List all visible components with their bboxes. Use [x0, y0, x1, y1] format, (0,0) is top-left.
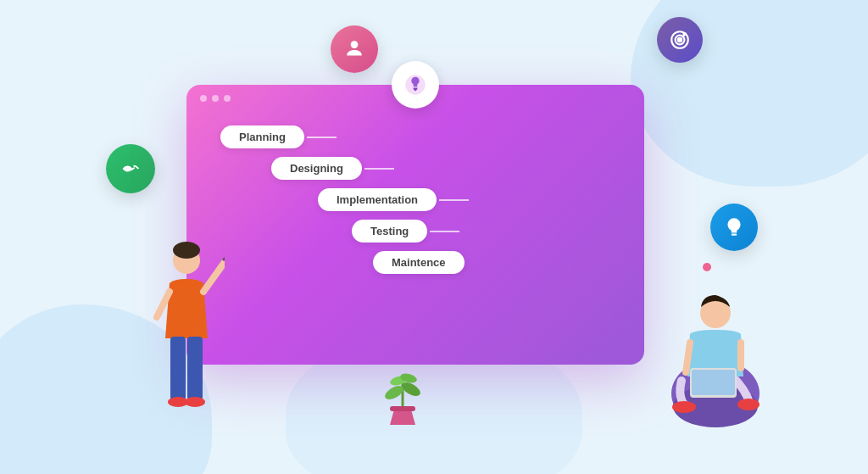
- browser-window: Planning Designing Implementation Testin…: [186, 85, 644, 365]
- browser-dot-1: [200, 95, 207, 102]
- pink-dot-decoration: [703, 263, 711, 271]
- browser-dot-3: [224, 95, 231, 102]
- svg-point-12: [185, 397, 205, 407]
- person-icon: [331, 25, 378, 73]
- step-implementation: Implementation: [267, 188, 610, 211]
- step-pill-designing: Designing: [271, 157, 362, 180]
- step-connector-4: [430, 231, 459, 232]
- target-icon: [657, 17, 703, 63]
- svg-point-16: [737, 399, 760, 410]
- step-maintenance: Maintence: [297, 251, 610, 274]
- svg-point-15: [672, 401, 696, 413]
- svg-rect-19: [692, 370, 735, 395]
- step-pill-testing: Testing: [352, 220, 427, 243]
- svg-rect-20: [390, 406, 415, 411]
- step-designing: Designing: [246, 157, 610, 180]
- person-standing: [131, 237, 225, 423]
- step-pill-planning: Planning: [220, 125, 304, 148]
- step-testing: Testing: [284, 220, 610, 243]
- step-connector-3: [439, 199, 469, 201]
- svg-rect-4: [732, 234, 737, 236]
- decorative-plant: [381, 365, 424, 425]
- person-sitting: [660, 258, 771, 427]
- browser-center-icon: [392, 61, 439, 109]
- svg-line-7: [223, 252, 225, 260]
- step-pill-implementation: Implementation: [318, 188, 437, 211]
- svg-point-3: [678, 38, 682, 42]
- svg-point-0: [351, 41, 359, 48]
- step-planning: Planning: [220, 125, 610, 148]
- step-connector-1: [307, 137, 337, 138]
- bulb-icon: [710, 204, 758, 251]
- svg-rect-10: [187, 337, 203, 400]
- steps-list: Planning Designing Implementation Testin…: [186, 117, 644, 282]
- step-connector-2: [364, 168, 394, 170]
- main-scene: Planning Designing Implementation Testin…: [0, 0, 868, 474]
- step-pill-maintenance: Maintence: [373, 251, 465, 274]
- handshake-icon: [106, 144, 155, 193]
- svg-point-6: [173, 242, 200, 259]
- browser-dot-2: [212, 95, 219, 102]
- svg-rect-9: [170, 337, 186, 400]
